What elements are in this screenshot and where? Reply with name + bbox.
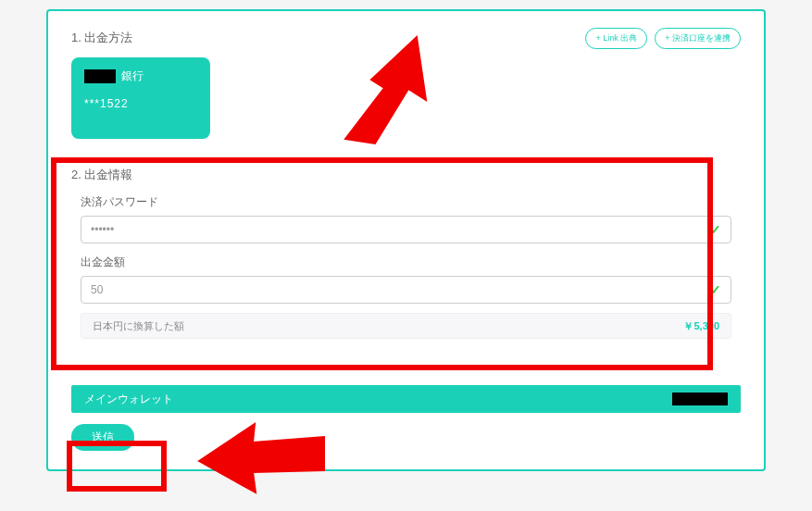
amount-input-wrap: ✓: [81, 276, 731, 304]
password-label: 決済パスワード: [81, 194, 731, 210]
amount-label: 出金金額: [81, 255, 731, 270]
section2: 2. 出金情報 決済パスワード ✓ 出金金額 ✓ 日本円に換算した額 ￥5,30…: [71, 167, 741, 451]
section2-title: 2. 出金情報: [71, 167, 741, 183]
conversion-row: 日本円に換算した額 ￥5,300: [81, 313, 731, 339]
bank-account-number: ***1522: [84, 97, 197, 110]
check-icon: ✓: [710, 222, 721, 237]
conversion-value: ￥5,300: [683, 319, 719, 333]
bank-logo-redacted: [84, 69, 116, 83]
link-small-button[interactable]: + Link 出典: [585, 28, 647, 49]
wallet-balance-redacted: [672, 393, 728, 405]
amount-input[interactable]: [91, 283, 710, 296]
withdrawal-form: 決済パスワード ✓ 出金金額 ✓ 日本円に換算した額 ￥5,300: [71, 194, 741, 339]
conversion-label: 日本円に換算した額: [93, 319, 184, 333]
bank-name: 銀行: [121, 69, 144, 84]
withdrawal-panel: + Link 出典 + 決済口座を連携 1. 出金方法 銀行 ***1522 2…: [46, 9, 766, 471]
main-wallet-bar[interactable]: メインウォレット: [71, 385, 741, 413]
connect-account-button[interactable]: + 決済口座を連携: [655, 28, 741, 49]
bank-header: 銀行: [84, 69, 197, 84]
wallet-title: メインウォレット: [84, 392, 173, 407]
password-input-wrap: ✓: [81, 216, 731, 243]
check-icon: ✓: [710, 282, 721, 297]
top-actions: + Link 出典 + 決済口座を連携: [585, 28, 741, 49]
submit-area: 送信: [71, 424, 741, 451]
submit-button[interactable]: 送信: [71, 424, 134, 451]
password-input[interactable]: [91, 223, 710, 236]
bank-card[interactable]: 銀行 ***1522: [71, 57, 210, 139]
